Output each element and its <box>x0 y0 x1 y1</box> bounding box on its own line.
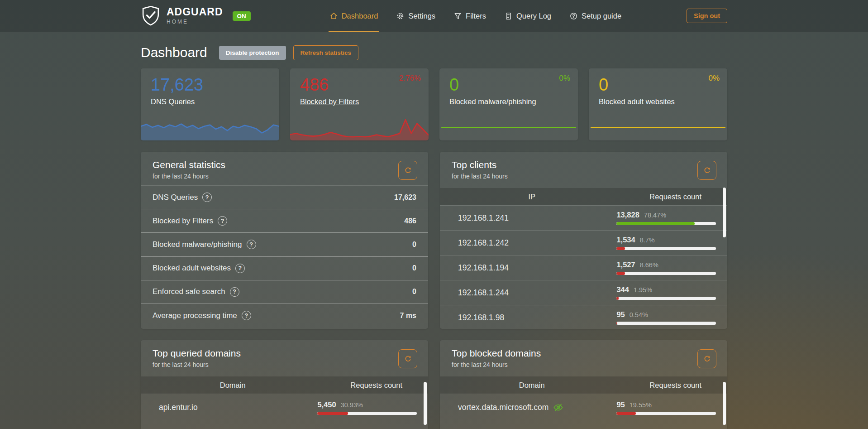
blocked-malware-card: 0% 0 Blocked malware/phishing <box>439 68 578 140</box>
document-icon <box>504 12 513 20</box>
stat-rows: DNS Queries 17,623 Blocked by Filters 48… <box>141 185 428 327</box>
dns-queries-card: 17,623 DNS Queries <box>141 68 279 140</box>
stat-cards: 17,623 DNS Queries 2.76% 486 Blocked by … <box>141 68 727 140</box>
progress-fill <box>616 247 625 250</box>
column-header-ip: IP <box>440 193 624 201</box>
request-count: 5,450 <box>317 400 336 409</box>
panels-row-1: General statistics for the last 24 hours… <box>141 152 727 329</box>
column-header-requests: Requests count <box>624 193 727 201</box>
progress-bar <box>616 297 716 300</box>
panel-subtitle: for the last 24 hours <box>452 173 715 180</box>
domain-name[interactable]: api.entur.io <box>141 403 317 412</box>
gear-icon <box>396 12 405 20</box>
trend-percent: 0% <box>708 74 720 83</box>
progress-fill <box>616 272 625 275</box>
client-row: 192.168.1.98 950.54% <box>440 305 727 329</box>
card-label: DNS Queries <box>151 97 269 106</box>
help-icon[interactable] <box>242 311 251 320</box>
stat-value: 0 <box>412 241 416 249</box>
client-ip[interactable]: 192.168.1.242 <box>440 238 616 248</box>
nav-item-filters[interactable]: Filters <box>453 0 486 32</box>
request-percent: 8.66% <box>640 261 658 269</box>
stat-row: Enforced safe search 0 <box>141 280 428 304</box>
panel-scrollbar[interactable] <box>723 382 726 425</box>
panel-title: Top queried domains <box>153 348 416 359</box>
refresh-panel-button[interactable] <box>398 161 417 180</box>
request-count: 1,534 <box>616 236 635 244</box>
top-blocked-domains-panel: Top blocked domains for the last 24 hour… <box>440 340 727 429</box>
blocked-malware-count: 0 <box>449 75 568 95</box>
progress-fill <box>616 297 618 300</box>
stat-label: Blocked malware/phishing <box>153 240 242 249</box>
request-percent: 19.55% <box>630 401 652 409</box>
domain-name[interactable]: vortex.data.microsoft.com <box>458 403 548 412</box>
refresh-panel-button[interactable] <box>398 349 417 368</box>
request-count: 95 <box>616 400 625 409</box>
blocked-filters-sparkline <box>290 117 429 140</box>
client-row: 192.168.1.241 13,82878.47% <box>440 205 727 230</box>
nav-item-dashboard[interactable]: Dashboard <box>329 0 378 32</box>
adguard-logo[interactable]: ADGUARD HOME ON <box>141 0 251 32</box>
refresh-statistics-button[interactable]: Refresh statistics <box>293 45 359 60</box>
top-clients-panel: Top clients for the last 24 hours IP Req… <box>440 152 727 329</box>
refresh-icon <box>703 167 711 174</box>
sign-out-button[interactable]: Sign out <box>687 9 727 23</box>
help-icon <box>569 12 578 20</box>
blocked-adult-card: 0% 0 Blocked adult websites <box>589 68 727 140</box>
client-ip[interactable]: 192.168.1.98 <box>440 313 616 323</box>
stat-value: 0 <box>412 288 416 296</box>
disable-protection-button[interactable]: Disable protection <box>219 46 286 60</box>
request-count: 13,828 <box>616 211 639 219</box>
flat-trend-line <box>591 127 725 128</box>
help-icon[interactable] <box>247 240 256 249</box>
trend-percent: 2.76% <box>399 74 421 83</box>
progress-fill <box>616 412 636 415</box>
top-navbar: ADGUARD HOME ON Dashboard Settings Filte… <box>0 0 868 32</box>
funnel-icon <box>453 12 462 20</box>
stat-value: 7 ms <box>400 312 416 320</box>
blocked-adult-count: 0 <box>599 75 717 95</box>
refresh-icon <box>703 355 711 363</box>
stat-value: 0 <box>412 264 416 272</box>
stat-label: Blocked by Filters <box>153 217 213 226</box>
flat-trend-line <box>441 127 576 128</box>
help-icon[interactable] <box>235 264 245 273</box>
progress-bar <box>616 322 716 325</box>
progress-bar <box>616 247 716 250</box>
dns-queries-count: 17,623 <box>151 75 269 95</box>
panel-title: General statistics <box>153 159 416 170</box>
client-ip[interactable]: 192.168.1.241 <box>440 213 616 223</box>
nav-item-query-log[interactable]: Query Log <box>504 0 551 32</box>
blocked-by-filters-link[interactable]: Blocked by Filters <box>300 97 359 106</box>
help-icon[interactable] <box>218 216 227 226</box>
top-queried-domains-panel: Top queried domains for the last 24 hour… <box>141 340 428 429</box>
request-percent: 0.54% <box>630 311 648 318</box>
client-ip[interactable]: 192.168.1.194 <box>440 263 616 273</box>
table-header: Domain Requests count <box>440 376 727 394</box>
help-icon[interactable] <box>202 193 212 202</box>
stat-row: Blocked adult websites 0 <box>141 256 428 280</box>
panel-scrollbar[interactable] <box>424 382 427 425</box>
nav-label: Setup guide <box>582 12 621 20</box>
request-percent: 1.95% <box>634 286 652 294</box>
brand-name: ADGUARD <box>167 7 223 17</box>
refresh-panel-button[interactable] <box>697 161 716 180</box>
request-count: 1,527 <box>616 260 635 269</box>
client-ip[interactable]: 192.168.1.244 <box>440 288 616 298</box>
help-icon[interactable] <box>230 287 239 297</box>
home-icon <box>329 12 338 20</box>
panel-subtitle: for the last 24 hours <box>153 361 416 368</box>
nav-item-settings[interactable]: Settings <box>396 0 435 32</box>
column-header-requests: Requests count <box>324 381 428 390</box>
blocked-by-filters-card: 2.76% 486 Blocked by Filters <box>290 68 429 140</box>
progress-bar <box>616 412 716 415</box>
nav-item-setup-guide[interactable]: Setup guide <box>569 0 621 32</box>
progress-fill <box>317 412 348 415</box>
eye-slash-icon[interactable] <box>553 402 563 413</box>
refresh-panel-button[interactable] <box>697 349 716 368</box>
brand-subtitle: HOME <box>167 19 223 25</box>
client-row: 192.168.1.244 3441.95% <box>440 280 727 305</box>
panel-scrollbar[interactable] <box>723 188 726 237</box>
progress-bar <box>616 222 716 225</box>
stat-label: Blocked adult websites <box>153 264 231 273</box>
